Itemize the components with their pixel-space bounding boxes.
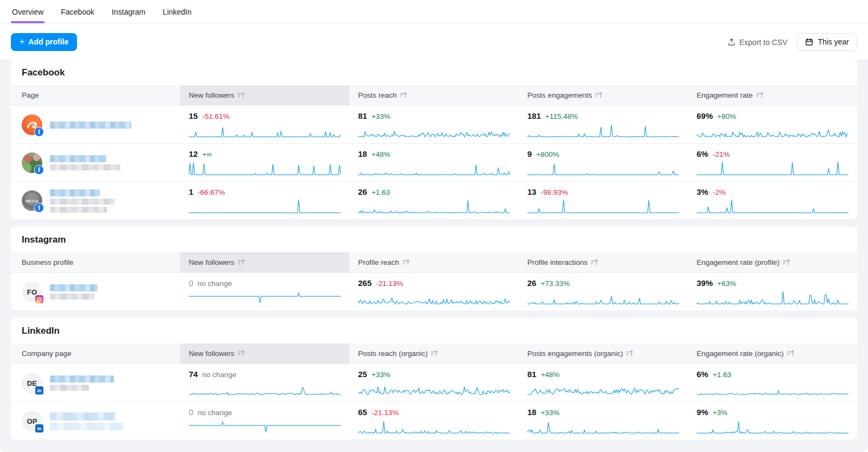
profile-cell: FO <box>11 273 180 310</box>
column-header-engagement-rate[interactable]: Engagement rate <box>688 85 857 105</box>
sparkline-chart <box>358 122 510 138</box>
metric-value-row: 81+48% <box>527 370 679 379</box>
metric-value-row: 6%+1.63 <box>697 370 848 379</box>
avatar: f <box>22 152 42 173</box>
sort-icon[interactable] <box>238 259 245 266</box>
metric-delta: no change <box>202 371 237 379</box>
metric-value-row: 265-21.13% <box>358 278 510 288</box>
tab-linkedin[interactable]: LinkedIn <box>162 0 193 23</box>
metric-value-row: 15-51.61% <box>189 111 341 120</box>
metric-value-row: 81+33% <box>358 111 510 120</box>
metric-cell: 265-21.13% <box>349 273 519 310</box>
add-profile-button[interactable]: + Add profile <box>11 33 77 51</box>
sort-icon[interactable] <box>400 92 407 99</box>
column-header-engagement-rate-organic-[interactable]: Engagement rate (organic) <box>688 343 857 364</box>
metric-delta: +73.33% <box>541 279 570 288</box>
sparkline-chart <box>358 418 510 435</box>
redacted-text-block <box>50 412 115 421</box>
calendar-icon <box>805 38 813 46</box>
metric-value-row: 1-66.67% <box>189 187 341 196</box>
column-header-profile-interactions[interactable]: Profile interactions <box>519 252 688 272</box>
social-analytics-page: Overview Facebook Instagram LinkedIn + A… <box>0 0 868 452</box>
export-csv-label: Export to CSV <box>739 38 788 47</box>
column-header-entity: Page <box>11 85 180 105</box>
linkedin-badge-icon: in <box>35 386 44 395</box>
sort-icon[interactable] <box>238 92 245 99</box>
metric-value: 74 <box>189 370 198 379</box>
column-header-entity: Business profile <box>11 252 180 272</box>
redacted-text-block <box>50 164 120 170</box>
metric-value: 18 <box>527 408 537 417</box>
metric-value-row: 9+800% <box>527 149 679 158</box>
sort-icon[interactable] <box>431 350 438 357</box>
sort-icon[interactable] <box>403 259 410 266</box>
column-header-new-followers[interactable]: New followers <box>180 252 349 272</box>
column-header-posts-reach-organic-[interactable]: Posts reach (organic) <box>349 343 519 364</box>
column-header-posts-engagements-organic-[interactable]: Posts engagements (organic) <box>519 343 688 364</box>
metric-value: 1 <box>189 187 193 196</box>
sparkline-chart <box>189 418 341 435</box>
sparkline-chart <box>358 160 510 176</box>
metric-delta: -2% <box>713 188 726 196</box>
metric-delta: +63% <box>717 279 736 288</box>
redacted-text-block <box>50 423 123 430</box>
metric-cell: 18+33% <box>519 402 688 440</box>
metric-value: 81 <box>358 111 367 120</box>
metric-delta: +1.63 <box>372 188 390 196</box>
export-csv-button[interactable]: Export to CSV <box>727 38 788 47</box>
column-header-engagement-rate-profile-[interactable]: Engagement rate (profile) <box>688 252 857 272</box>
metric-value: 18 <box>358 149 367 158</box>
section-linkedin: LinkedInCompany pageNew followersPosts r… <box>11 318 857 440</box>
sort-icon[interactable] <box>591 259 598 266</box>
metric-value-row: 39%+63% <box>697 278 848 288</box>
sort-icon[interactable] <box>783 259 790 266</box>
sort-icon[interactable] <box>595 92 603 99</box>
metric-value: 13 <box>527 187 537 196</box>
metric-delta: -66.67% <box>197 188 225 196</box>
sort-icon[interactable] <box>626 350 634 357</box>
table-row: FO0no change265-21.13%26+73.33%39%+63% <box>11 272 857 310</box>
column-header-new-followers[interactable]: New followers <box>180 85 349 105</box>
column-header-posts-engagements[interactable]: Posts engagements <box>519 85 688 105</box>
metric-value-row: 3%-2% <box>697 187 848 196</box>
sparkline-chart <box>527 198 679 214</box>
column-header-posts-reach[interactable]: Posts reach <box>349 85 519 105</box>
metric-value-row: 18+48% <box>358 149 510 158</box>
plus-icon: + <box>20 39 24 44</box>
tab-overview[interactable]: Overview <box>11 0 44 23</box>
metric-cell: 6%-21% <box>688 144 857 181</box>
profile-cell: MEDIAf <box>11 182 180 219</box>
table-row: MEDIAf1-66.67%26+1.6313-98.93%3%-2% <box>11 181 857 219</box>
date-range-label: This year <box>818 37 849 46</box>
sparkline-chart <box>697 122 848 138</box>
metric-delta: +48% <box>541 371 560 379</box>
column-header-label: New followers <box>189 91 234 99</box>
metric-value: 9% <box>697 408 709 417</box>
column-header-label: New followers <box>189 258 234 266</box>
sparkline-chart <box>527 160 679 176</box>
sort-icon[interactable] <box>756 92 764 99</box>
column-header-profile-reach[interactable]: Profile reach <box>349 252 519 272</box>
column-header-new-followers[interactable]: New followers <box>180 343 349 364</box>
metric-value: 69% <box>697 111 713 120</box>
metric-value-row: 181+115.48% <box>527 111 679 120</box>
metric-cell: 9%+3% <box>688 402 857 440</box>
metric-cell: 6%+1.63 <box>688 364 857 402</box>
date-range-button[interactable]: This year <box>797 33 857 51</box>
metric-value: 0 <box>189 408 193 417</box>
tab-instagram[interactable]: Instagram <box>111 0 146 23</box>
sort-icon[interactable] <box>238 350 245 357</box>
sort-icon[interactable] <box>787 350 795 357</box>
column-header-label: Profile reach <box>358 258 399 266</box>
metric-value-row: 65-21.13% <box>358 408 510 417</box>
tab-facebook[interactable]: Facebook <box>60 0 95 23</box>
add-profile-label: Add profile <box>28 37 68 46</box>
metric-value: 15 <box>189 111 198 120</box>
metric-delta: -21.13% <box>372 409 399 417</box>
sparkline-chart <box>358 198 510 214</box>
linkedin-badge-icon: in <box>35 424 44 433</box>
metric-delta: +80% <box>717 112 736 120</box>
metric-value-row: 26+73.33% <box>527 278 679 288</box>
metric-value: 39% <box>697 278 713 288</box>
metric-cell: 26+73.33% <box>519 273 688 310</box>
